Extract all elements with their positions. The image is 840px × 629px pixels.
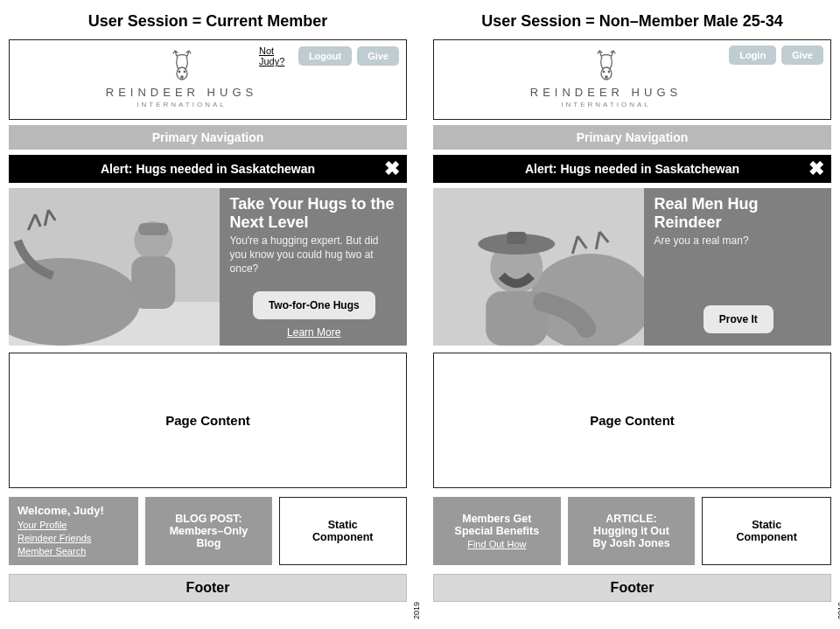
hero-title: Take Your Hugs to the Next Level xyxy=(230,195,398,231)
hero-image xyxy=(9,188,220,346)
welcome-title: Welcome, Judy! xyxy=(18,504,104,517)
article-card[interactable]: ARTICLE: Hugging it Out By Josh Jones xyxy=(568,497,696,565)
column-member: User Session = Current Member REINDEER H… xyxy=(9,9,407,602)
svg-point-3 xyxy=(180,76,182,78)
alert-bar: Alert: Hugs needed in Saskatchewan ✖ xyxy=(9,155,407,183)
logout-button[interactable]: Logout xyxy=(298,46,352,66)
header: REINDEER HUGS INTERNATIONAL Login Give xyxy=(433,39,831,120)
primary-nav[interactable]: Primary Navigation xyxy=(433,125,831,150)
footer: Footer xyxy=(9,574,407,602)
hero-body: You're a hugging expert. But did you kno… xyxy=(230,234,398,276)
page-content: Page Content xyxy=(9,353,407,488)
brand-sub: INTERNATIONAL xyxy=(136,101,226,108)
svg-rect-18 xyxy=(507,232,526,244)
brand-sub: INTERNATIONAL xyxy=(561,101,650,108)
hero-text: Take Your Hugs to the Next Level You're … xyxy=(220,188,407,346)
welcome-card: Welcome, Judy! Your Profile Reindeer Fri… xyxy=(9,497,138,565)
hero: Real Men Hug Reindeer Are you a real man… xyxy=(433,188,831,346)
column-nonmember: User Session = Non–Member Male 25-34 REI… xyxy=(433,9,831,602)
alert-bar: Alert: Hugs needed in Saskatchewan ✖ xyxy=(433,155,831,183)
friends-link[interactable]: Reindeer Friends xyxy=(18,532,91,545)
cards-row: Members Get Special Benefits Find Out Ho… xyxy=(433,497,831,565)
copyright: © Colin A. Eagan, M.S. 2019 xyxy=(412,602,421,619)
give-button[interactable]: Give xyxy=(781,45,823,65)
footer: Footer xyxy=(433,574,831,602)
static-card: Static Component xyxy=(279,497,407,565)
brand-name: REINDEER HUGS xyxy=(530,86,682,99)
session-title: User Session = Non–Member Male 25-34 xyxy=(433,12,831,31)
find-out-link[interactable]: Find Out How xyxy=(467,539,526,549)
members-card: Members Get Special Benefits Find Out Ho… xyxy=(433,497,561,565)
page-content: Page Content xyxy=(433,353,831,488)
svg-point-13 xyxy=(605,76,606,78)
give-button[interactable]: Give xyxy=(357,46,399,66)
hero: Take Your Hugs to the Next Level You're … xyxy=(9,188,407,346)
close-icon[interactable]: ✖ xyxy=(808,159,824,178)
hero-cta-button[interactable]: Two-for-One Hugs xyxy=(253,291,375,319)
reindeer-icon xyxy=(164,47,200,82)
close-icon[interactable]: ✖ xyxy=(384,159,400,178)
svg-point-2 xyxy=(184,71,186,73)
hero-text: Real Men Hug Reindeer Are you a real man… xyxy=(644,188,831,346)
brand-logo: REINDEER HUGS INTERNATIONAL xyxy=(528,45,683,108)
blog-card[interactable]: BLOG POST: Members–Only Blog xyxy=(145,497,271,565)
session-title: User Session = Current Member xyxy=(9,12,407,31)
reindeer-icon xyxy=(589,47,624,82)
search-link[interactable]: Member Search xyxy=(18,545,91,558)
svg-point-11 xyxy=(603,71,605,73)
learn-more-link[interactable]: Learn More xyxy=(287,326,340,339)
alert-text: Alert: Hugs needed in Saskatchewan xyxy=(101,162,315,176)
svg-rect-8 xyxy=(138,223,168,235)
primary-nav[interactable]: Primary Navigation xyxy=(9,125,407,150)
copyright: © Colin A. Eagan, M.S. 2019 xyxy=(836,602,840,619)
cards-row: Welcome, Judy! Your Profile Reindeer Fri… xyxy=(9,497,407,565)
hero-image xyxy=(433,188,644,346)
profile-link[interactable]: Your Profile xyxy=(18,519,91,532)
svg-point-12 xyxy=(608,71,610,73)
login-button[interactable]: Login xyxy=(729,45,776,65)
hero-body: Are you a real man? xyxy=(654,234,822,248)
alert-text: Alert: Hugs needed in Saskatchewan xyxy=(525,162,739,176)
header: REINDEER HUGS INTERNATIONAL Not Judy? Lo… xyxy=(9,39,407,120)
brand-name: REINDEER HUGS xyxy=(106,86,257,99)
svg-point-1 xyxy=(178,71,180,73)
hero-title: Real Men Hug Reindeer xyxy=(654,195,822,231)
brand-logo: REINDEER HUGS INTERNATIONAL xyxy=(104,45,259,108)
hero-cta-button[interactable]: Prove It xyxy=(704,305,774,333)
static-card: Static Component xyxy=(702,497,831,565)
svg-rect-9 xyxy=(131,256,175,309)
not-user-link[interactable]: Not Judy? xyxy=(259,45,291,66)
